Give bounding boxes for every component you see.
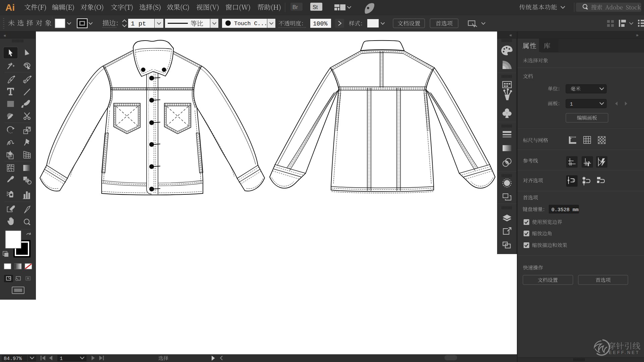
- svg-text:EEFF.NET: EEFF.NET: [609, 350, 640, 355]
- svg-text:1 pt: 1 pt: [131, 20, 146, 27]
- svg-text:Ai: Ai: [5, 2, 15, 13]
- svg-text:«: «: [509, 33, 512, 38]
- svg-text:100%: 100%: [313, 20, 327, 27]
- svg-text:St: St: [313, 4, 318, 10]
- svg-text:1: 1: [60, 356, 63, 362]
- svg-text:1: 1: [570, 102, 573, 107]
- svg-text:0.3528 mm: 0.3528 mm: [551, 207, 579, 213]
- svg-text:«: «: [4, 33, 6, 38]
- svg-text:»: »: [636, 33, 638, 38]
- svg-text:84.97%: 84.97%: [4, 356, 22, 362]
- svg-text:Br: Br: [292, 4, 298, 10]
- svg-text:Touch C...: Touch C...: [234, 20, 267, 27]
